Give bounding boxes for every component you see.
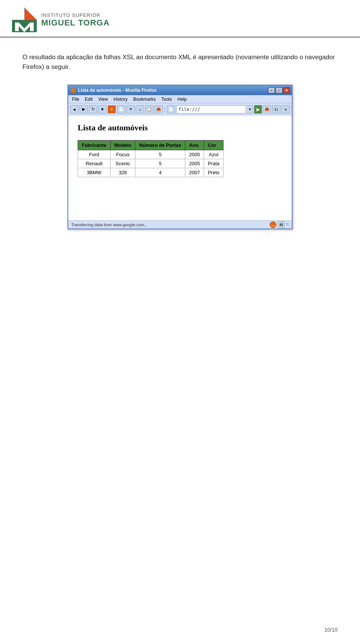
address-bar[interactable]: file:///	[176, 105, 246, 114]
table-cell: Ford	[78, 150, 111, 159]
header: INSTITUTO SUPERIOR MIGUEL TORGA	[0, 0, 360, 37]
col-portas: Número de Portas	[135, 140, 185, 150]
intro-paragraph: O resultado da aplicação da folhas XSL a…	[22, 52, 338, 72]
go-button[interactable]: ▶	[254, 105, 262, 114]
table-cell: 2005	[185, 150, 204, 159]
titlebar-buttons: − □ ✕	[268, 87, 290, 93]
bookmark-star[interactable]: ★	[98, 105, 106, 114]
browser-menubar: File Edit View History Bookmarks Tools H…	[68, 95, 292, 103]
mail-status-icon: M	[278, 221, 285, 228]
toolbar-btn-9[interactable]: 📤	[154, 105, 163, 114]
svg-marker-0	[24, 7, 37, 20]
browser-content: Lista de automóveis Fabricante Modelo Nú…	[68, 115, 292, 220]
table-cell: Renault	[78, 159, 111, 168]
table-cell: Azul	[204, 150, 224, 159]
table-cell: Scenic	[110, 159, 135, 168]
address-dropdown[interactable]: ▼	[247, 105, 253, 114]
toolbar-btn-6[interactable]: ✕	[126, 105, 135, 114]
back-button[interactable]: ◄	[70, 105, 78, 114]
table-cell: 4	[135, 168, 185, 177]
logo-text: INSTITUTO SUPERIOR MIGUEL TORGA	[41, 12, 110, 28]
col-cor: Cor	[204, 140, 224, 150]
table-cell: 3BMW	[78, 168, 111, 177]
reload-button[interactable]: ↻	[89, 105, 97, 114]
toolbar-btn-7[interactable]: ⌂	[136, 105, 144, 114]
minimize-button[interactable]: −	[268, 87, 275, 93]
browser-toolbar: ◄ ▶ ↻ ★ F 📄 ✕ ⌂ 📋 📤 📄 file:/// ▼ ▶ 📥 G ≡	[68, 103, 292, 115]
address-text: file:///	[178, 107, 200, 112]
toolbar-btn-10[interactable]: 📄	[167, 105, 175, 114]
car-table: Fabricante Modelo Número de Portas Ano C…	[78, 140, 224, 177]
status-resize: ⠿	[286, 223, 289, 227]
toolbar-btn-12[interactable]: ≡	[282, 105, 290, 114]
table-cell: 5	[135, 159, 185, 168]
menu-bookmarks[interactable]: Bookmarks	[131, 96, 158, 102]
main-content: O resultado da aplicação da folhas XSL a…	[0, 37, 360, 244]
table-cell: Preto	[204, 168, 224, 177]
menu-tools[interactable]: Tools	[159, 96, 174, 102]
menu-view[interactable]: View	[96, 96, 110, 102]
firefox-icon	[70, 87, 76, 93]
menu-help[interactable]: Help	[176, 96, 189, 102]
table-cell: 2007	[185, 168, 204, 177]
page-number: 10/10	[324, 627, 338, 633]
table-row: RenaultScenic52005Prata	[78, 159, 224, 168]
toolbar-btn-11[interactable]: 📥	[263, 105, 271, 114]
g-button[interactable]: G	[272, 105, 280, 114]
browser-statusbar: Transferring data from www.google.com...…	[68, 220, 292, 229]
logo-line2: MIGUEL TORGA	[41, 18, 110, 28]
table-row: FordFocus52005Azul	[78, 150, 224, 159]
titlebar-left: Lista de automóveis - Mozilla Firefox	[70, 87, 156, 93]
maximize-button[interactable]: □	[276, 87, 282, 93]
col-ano: Ano	[185, 140, 204, 150]
toolbar-btn-8[interactable]: 📋	[145, 105, 153, 114]
col-fabricante: Fabricante	[78, 140, 111, 150]
browser-title: Lista de automóveis - Mozilla Firefox	[78, 88, 156, 93]
table-cell: Focus	[110, 150, 135, 159]
svg-point-6	[72, 90, 74, 91]
firefox-toolbar-icon[interactable]: F	[108, 105, 116, 114]
menu-edit[interactable]: Edit	[83, 96, 94, 102]
toolbar-btn-5[interactable]: 📄	[117, 105, 125, 114]
table-header-row: Fabricante Modelo Número de Portas Ano C…	[78, 140, 224, 150]
status-text: Transferring data from www.google.com...	[71, 223, 148, 227]
col-modelo: Modelo	[110, 140, 135, 150]
table-cell: 2005	[185, 159, 204, 168]
menu-file[interactable]: File	[70, 96, 81, 102]
forward-button[interactable]: ▶	[80, 105, 88, 114]
firefox-status-icon: 🦊	[270, 221, 276, 228]
browser-titlebar: Lista de automóveis - Mozilla Firefox − …	[68, 85, 292, 95]
table-cell: 328	[110, 168, 135, 177]
logo-line1: INSTITUTO SUPERIOR	[41, 12, 110, 18]
logo-icon	[11, 7, 38, 33]
status-icons: 🦊 M ⠿	[270, 221, 289, 228]
close-button[interactable]: ✕	[283, 87, 290, 93]
table-row: 3BMW32842007Preto	[78, 168, 224, 177]
logo-container: INSTITUTO SUPERIOR MIGUEL TORGA	[11, 7, 110, 33]
table-cell: 5	[135, 150, 185, 159]
table-cell: Prata	[204, 159, 224, 168]
menu-history[interactable]: History	[112, 96, 129, 102]
toolbar-separator	[165, 106, 165, 113]
page-title: Lista de automóveis	[78, 123, 282, 133]
browser-window: Lista de automóveis - Mozilla Firefox − …	[68, 85, 292, 229]
